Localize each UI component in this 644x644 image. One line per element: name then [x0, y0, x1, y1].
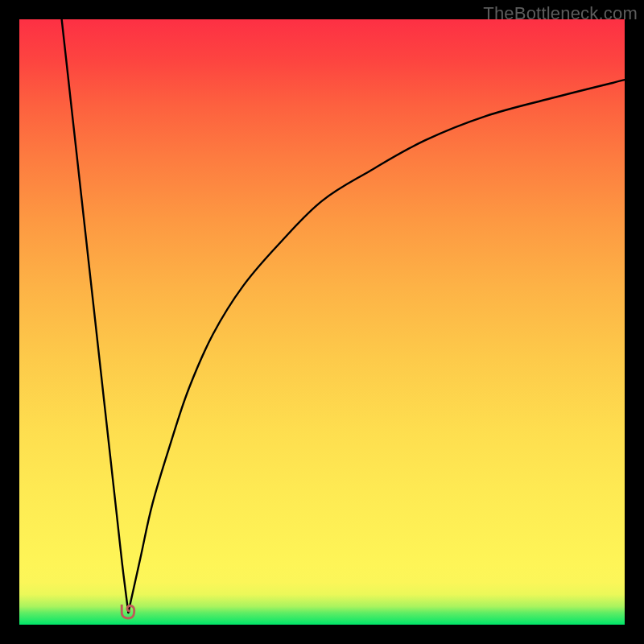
plot-area: ᘎ	[19, 19, 625, 625]
minimum-marker: ᘎ	[119, 604, 137, 621]
bottleneck-curve	[19, 19, 625, 625]
chart-frame: TheBottleneck.com ᘎ	[0, 0, 644, 644]
curve-right-branch	[128, 80, 625, 613]
curve-left-branch	[62, 19, 129, 613]
